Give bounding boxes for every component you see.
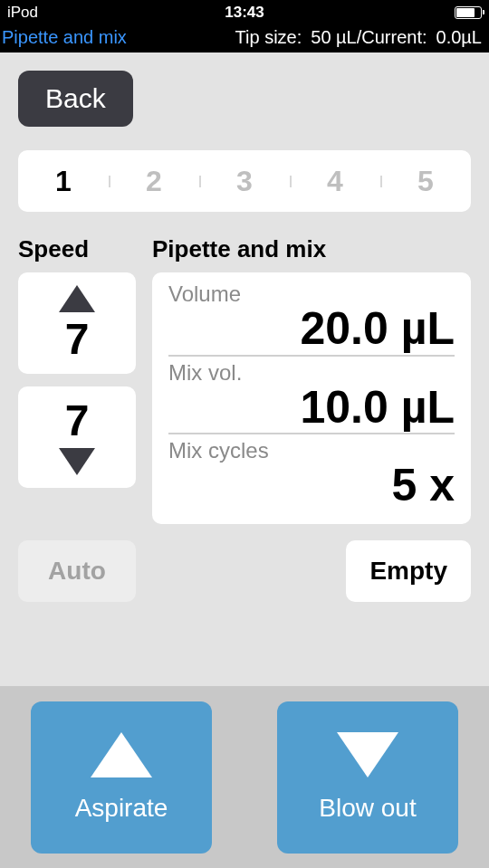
aspirate-label: Aspirate bbox=[75, 794, 168, 823]
main-area: Back 1 2 3 4 5 Speed 7 7 Pipette and mix… bbox=[0, 52, 489, 686]
battery-icon bbox=[455, 6, 482, 19]
speed-up-value: 7 bbox=[65, 318, 90, 361]
tip-size-label: Tip size: bbox=[235, 27, 302, 48]
speed-down-control[interactable]: 7 bbox=[18, 386, 136, 488]
info-bar: Pipette and mix Tip size: 50 µL/Current:… bbox=[0, 25, 489, 52]
pipette-parameters: Volume 20.0 µL Mix vol. 10.0 µL Mix cycl… bbox=[152, 272, 471, 524]
aspirate-button[interactable]: Aspirate bbox=[31, 701, 212, 854]
back-button[interactable]: Back bbox=[18, 71, 133, 127]
device-label: iPod bbox=[7, 4, 166, 22]
tip-size-value: 50 µL/Current: bbox=[311, 27, 427, 48]
empty-button[interactable]: Empty bbox=[346, 540, 471, 602]
speed-up-control[interactable]: 7 bbox=[18, 272, 136, 374]
speed-label: Speed bbox=[18, 235, 136, 263]
blowout-button[interactable]: Blow out bbox=[277, 701, 458, 854]
current-value: 0.0µL bbox=[436, 27, 482, 48]
time-label: 13:43 bbox=[166, 4, 324, 22]
step-2[interactable]: 2 bbox=[109, 165, 199, 198]
speed-down-value: 7 bbox=[65, 399, 90, 443]
blowout-label: Blow out bbox=[319, 794, 416, 823]
triangle-up-icon bbox=[59, 285, 95, 312]
cycles-value[interactable]: 5 x bbox=[168, 462, 455, 511]
step-3[interactable]: 3 bbox=[199, 165, 290, 198]
battery-indicator bbox=[323, 6, 482, 19]
mode-title: Pipette and mix bbox=[2, 27, 127, 48]
triangle-down-icon bbox=[337, 732, 398, 777]
step-5[interactable]: 5 bbox=[380, 165, 471, 198]
step-selector: 1 2 3 4 5 bbox=[18, 150, 471, 212]
pipette-section-label: Pipette and mix bbox=[152, 235, 471, 263]
mixvol-value[interactable]: 10.0 µL bbox=[168, 384, 455, 435]
action-bar: Aspirate Blow out bbox=[0, 686, 489, 868]
triangle-down-icon bbox=[59, 448, 95, 475]
step-1[interactable]: 1 bbox=[18, 165, 109, 198]
step-4[interactable]: 4 bbox=[290, 165, 380, 198]
volume-value[interactable]: 20.0 µL bbox=[168, 305, 455, 357]
triangle-up-icon bbox=[91, 732, 152, 777]
status-bar: iPod 13:43 bbox=[0, 0, 489, 25]
auto-button[interactable]: Auto bbox=[18, 540, 136, 602]
